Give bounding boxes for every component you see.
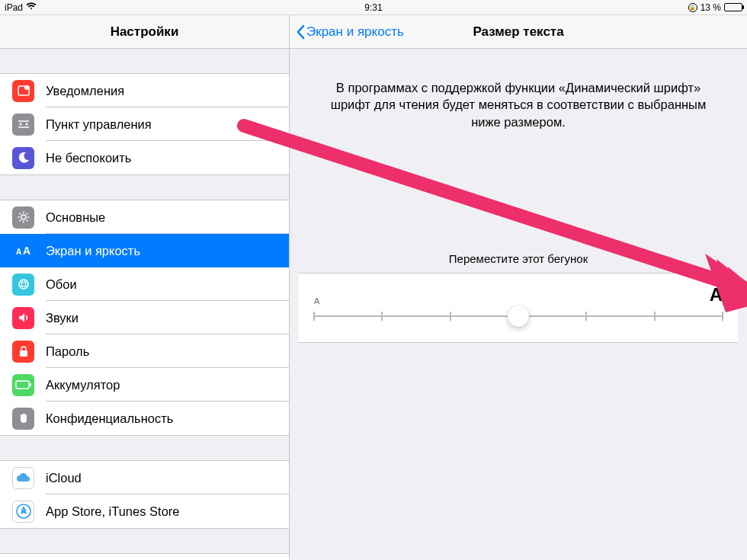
sidebar-item-general[interactable]: Основные xyxy=(0,200,289,234)
settings-sidebar: Настройки УведомленияПункт управленияНе … xyxy=(0,15,290,560)
sound-icon xyxy=(12,307,34,329)
svg-text:A: A xyxy=(16,248,21,256)
sidebar-navbar: Настройки xyxy=(0,15,289,49)
svg-point-3 xyxy=(25,123,27,126)
battery-icon xyxy=(724,3,742,11)
clock: 9:31 xyxy=(364,2,382,13)
appstore-icon xyxy=(12,501,34,523)
sidebar-item-label: Звуки xyxy=(46,311,79,325)
gear-icon xyxy=(12,206,34,229)
slider-label-big: A xyxy=(710,284,723,306)
svg-point-2 xyxy=(19,123,21,126)
sidebar-item-control-center[interactable]: Пункт управления xyxy=(0,107,289,141)
device-label: iPad xyxy=(5,2,23,13)
sidebar-item-label: Основные xyxy=(46,210,105,225)
slider-caption: Переместите этот бегунок xyxy=(290,252,747,265)
sidebar-item-label: Обои xyxy=(46,277,77,292)
moon-icon xyxy=(12,147,34,169)
svg-line-14 xyxy=(26,213,27,215)
svg-text:A: A xyxy=(23,245,30,257)
sidebar-item-label: Конфиденциальность xyxy=(46,411,173,426)
sidebar-item-privacy[interactable]: Конфиденциальность xyxy=(0,402,289,435)
sidebar-item-label: App Store, iTunes Store xyxy=(46,504,179,519)
notification-icon xyxy=(12,80,34,102)
svg-rect-22 xyxy=(30,383,31,386)
sidebar-item-icloud[interactable]: iCloud xyxy=(0,461,289,494)
svg-line-12 xyxy=(19,213,21,215)
detail-navbar: Экран и яркость Размер текста xyxy=(290,15,747,49)
sidebar-item-dnd[interactable]: Не беспокоить xyxy=(0,141,289,174)
aa-icon: AA xyxy=(12,240,34,262)
svg-line-10 xyxy=(19,220,21,222)
battery-percent: 13 % xyxy=(701,2,721,13)
svg-rect-20 xyxy=(20,350,27,357)
sidebar-item-notifications[interactable]: Уведомления xyxy=(0,74,289,107)
sidebar-item-display[interactable]: AAЭкран и яркость xyxy=(0,234,289,267)
sidebar-item-label: iCloud xyxy=(46,471,82,485)
sidebar-item-mail[interactable]: Почта, адреса, календари xyxy=(0,554,289,560)
status-bar: iPad 9:31 13 % xyxy=(0,0,747,15)
slider-knob[interactable] xyxy=(508,306,529,327)
dynamic-type-description: В программах с поддержкой функции «Динам… xyxy=(290,79,747,130)
sidebar-item-label: Экран и яркость xyxy=(46,244,140,258)
svg-line-8 xyxy=(26,220,27,222)
sidebar-title: Настройки xyxy=(111,24,179,40)
svg-point-19 xyxy=(21,280,25,289)
slider-label-small: A xyxy=(314,296,319,306)
sidebar-item-wallpaper[interactable]: Обои xyxy=(0,267,289,301)
wifi-icon xyxy=(26,2,37,13)
sidebar-item-label: Не беспокоить xyxy=(46,151,131,165)
battery-icon xyxy=(12,374,34,396)
sidebar-item-passcode[interactable]: Пароль xyxy=(0,334,289,368)
sidebar-list[interactable]: УведомленияПункт управленияНе беспокоить… xyxy=(0,49,289,560)
sidebar-item-label: Пароль xyxy=(46,344,89,359)
sidebar-item-stores[interactable]: App Store, iTunes Store xyxy=(0,494,289,528)
detail-pane: Экран и яркость Размер текста В программ… xyxy=(290,15,747,560)
sidebar-item-label: Аккумулятор xyxy=(46,378,120,392)
back-button[interactable]: Экран и яркость xyxy=(296,24,404,40)
cloud-icon xyxy=(12,467,34,489)
svg-point-18 xyxy=(19,283,28,286)
svg-point-6 xyxy=(21,215,26,219)
sidebar-item-sounds[interactable]: Звуки xyxy=(0,301,289,334)
hand-icon xyxy=(12,408,34,430)
orientation-lock-icon xyxy=(688,3,697,12)
sidebar-item-battery[interactable]: Аккумулятор xyxy=(0,368,289,402)
sidebar-item-label: Пункт управления xyxy=(46,117,152,132)
text-size-slider[interactable] xyxy=(314,306,723,327)
back-label: Экран и яркость xyxy=(306,24,404,40)
text-size-slider-panel: A A xyxy=(299,273,738,343)
detail-title: Размер текста xyxy=(473,24,563,40)
svg-point-1 xyxy=(24,85,29,90)
sidebar-item-label: Уведомления xyxy=(46,84,124,98)
wallpaper-icon xyxy=(12,274,34,296)
lock-icon xyxy=(12,341,34,363)
control-center-icon xyxy=(12,114,34,136)
svg-point-17 xyxy=(19,280,28,289)
svg-rect-21 xyxy=(16,381,29,389)
